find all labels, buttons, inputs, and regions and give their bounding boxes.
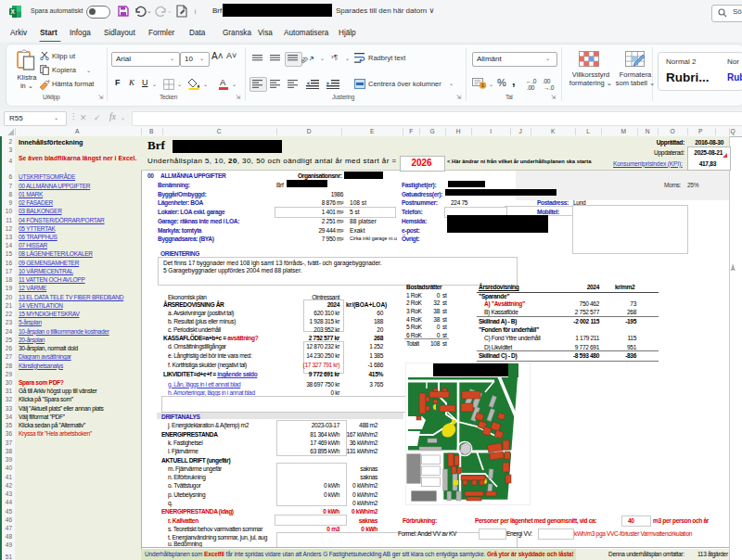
svg-text:ab: ab (301, 55, 309, 64)
svg-text:X: X (11, 8, 16, 15)
